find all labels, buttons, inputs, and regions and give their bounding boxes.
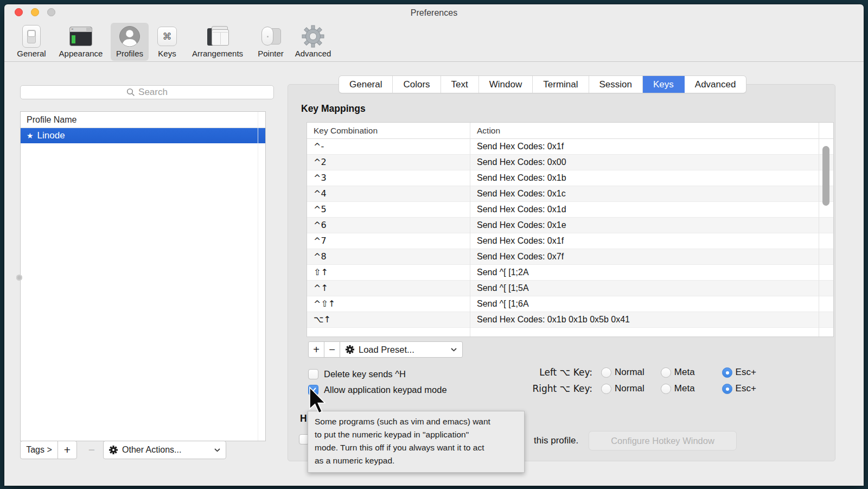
tooltip-line: as a numeric keypad. (315, 454, 518, 467)
toolbar-item-advanced[interactable]: Advanced (290, 23, 336, 61)
action-cell: Send Hex Codes: 0x1f (477, 139, 564, 154)
table-header: Key Combination Action (307, 123, 833, 139)
column-divider (470, 123, 470, 336)
profile-row-linode[interactable]: ★ Linode (21, 128, 265, 143)
radio-label: Esc+ (736, 367, 756, 378)
load-preset-dropdown[interactable]: Load Preset... (340, 341, 463, 358)
profile-tab-bar: General Colors Text Window Terminal Sess… (339, 76, 746, 93)
key-mapping-row[interactable]: ⌥↑ Send Hex Codes: 0x1b 0x1b 0x5b 0x41 (307, 312, 833, 328)
toolbar-item-pointer[interactable]: Pointer (253, 23, 289, 61)
keypad-mode-tooltip: Some programs (such as vim and emacs) wa… (308, 411, 525, 473)
splitter-handle[interactable] (16, 275, 22, 281)
radio-button[interactable] (722, 367, 732, 378)
star-icon: ★ (27, 128, 34, 143)
toolbar-item-general[interactable]: General (11, 23, 52, 61)
radio-label: Meta (674, 383, 695, 394)
key-mapping-row[interactable]: ^↑ Send ^[ [1;5A (307, 281, 833, 296)
option-key-row: Right ⌥ Key: NormalMetaEsc+ (514, 380, 796, 397)
radio-option-esc[interactable]: Esc+ (722, 367, 756, 378)
hotkey-profile-text: this profile. (534, 435, 578, 446)
checkbox[interactable] (308, 369, 318, 379)
radio-button[interactable] (601, 367, 611, 378)
table-scrollbar-thumb[interactable] (822, 146, 829, 206)
checkbox-label: Allow application keypad mode (324, 385, 447, 395)
radio-option-normal[interactable]: Normal (601, 383, 644, 394)
option-key-row: Left ⌥ Key: NormalMetaEsc+ (514, 364, 796, 380)
toolbar-item-arrangements[interactable]: Arrangements (184, 23, 251, 61)
action-cell: Send Hex Codes: 0x1c (477, 186, 566, 201)
radio-option-meta[interactable]: Meta (661, 367, 695, 378)
key-mapping-row[interactable]: ⇧↑ Send ^[ [1;2A (307, 265, 833, 281)
title-bar[interactable]: Preferences (4, 4, 864, 21)
checkbox-row[interactable]: Delete key sends ^H (308, 367, 406, 381)
windows-stack-icon (205, 26, 230, 47)
toolbar-item-appearance[interactable]: × Appearance (53, 23, 109, 61)
mouse-icon (258, 26, 283, 47)
key-mapping-row[interactable]: ^3 Send Hex Codes: 0x1b (307, 170, 833, 186)
action-cell: Send Hex Codes: 0x00 (477, 155, 566, 170)
radio-option-esc[interactable]: Esc+ (722, 383, 756, 394)
command-key-icon: ⌘ (157, 27, 177, 46)
tab-terminal[interactable]: Terminal (533, 76, 589, 93)
toolbar-item-label: Arrangements (184, 49, 251, 58)
key-combination-cell: ^6 (314, 218, 327, 233)
tab-window[interactable]: Window (479, 76, 533, 93)
radio-button[interactable] (722, 384, 732, 394)
action-cell: Send ^[ [1;5A (477, 281, 529, 296)
tab-advanced[interactable]: Advanced (685, 76, 746, 93)
toolbar-item-label: Advanced (290, 49, 336, 58)
key-mapping-row[interactable]: ^- Send Hex Codes: 0x1f (307, 139, 833, 155)
gear-icon (109, 446, 118, 454)
radio-option-normal[interactable]: Normal (601, 367, 644, 378)
remove-profile-button[interactable]: − (84, 441, 100, 459)
toolbar-item-keys[interactable]: ⌘ Keys (152, 23, 182, 61)
key-mapping-row[interactable]: ^8 Send Hex Codes: 0x7f (307, 249, 833, 265)
tab-text[interactable]: Text (441, 76, 479, 93)
action-cell: Send Hex Codes: 0x1b 0x1b 0x5b 0x41 (477, 312, 630, 327)
action-cell: Send ^[ [1;6A (477, 296, 529, 312)
column-key-combination: Key Combination (314, 123, 378, 138)
radio-button[interactable] (661, 384, 671, 394)
chevron-down-icon (451, 348, 457, 352)
action-cell: Send Hex Codes: 0x7f (477, 249, 564, 264)
checkbox-row[interactable]: Allow application keypad mode (308, 383, 447, 397)
key-combination-cell: ^2 (314, 155, 327, 170)
preferences-window: Preferences General × Appearance (4, 4, 864, 486)
add-key-mapping-button[interactable]: + (308, 341, 324, 358)
tooltip-line: Some programs (such as vim and emacs) wa… (315, 415, 518, 428)
tags-button[interactable]: Tags > (20, 441, 58, 459)
radio-option-meta[interactable]: Meta (661, 383, 695, 394)
action-cell: Send ^[ [1;2A (477, 265, 529, 280)
search-input[interactable]: Search (20, 85, 274, 99)
option-key-label: Left ⌥ Key: (514, 367, 592, 378)
other-actions-dropdown[interactable]: Other Actions... (103, 441, 226, 459)
add-profile-button[interactable]: + (58, 441, 77, 459)
configure-hotkey-window-button[interactable]: Configure Hotkey Window (589, 431, 737, 450)
tooltip-line: to put the numeric keypad in "applicatio… (315, 428, 518, 441)
chevron-down-icon (214, 448, 220, 452)
radio-button[interactable] (601, 384, 611, 394)
radio-button[interactable] (661, 367, 671, 378)
key-mapping-row[interactable]: ^6 Send Hex Codes: 0x1e (307, 218, 833, 233)
toolbar-item-profiles[interactable]: Profiles (111, 23, 149, 61)
radio-label: Esc+ (736, 383, 756, 394)
tab-keys[interactable]: Keys (643, 76, 685, 93)
tab-general[interactable]: General (339, 76, 393, 93)
key-mapping-row[interactable]: ^⇧↑ Send ^[ [1;6A (307, 296, 833, 312)
toolbar-item-label: Appearance (53, 49, 109, 58)
mouse-cursor (309, 386, 326, 414)
checkbox-label: Delete key sends ^H (324, 369, 406, 379)
key-mapping-row[interactable]: ^2 Send Hex Codes: 0x00 (307, 155, 833, 170)
column-divider (819, 123, 819, 336)
key-mapping-row[interactable]: ^4 Send Hex Codes: 0x1c (307, 186, 833, 202)
gear-icon (302, 25, 324, 48)
list-column-divider (258, 112, 258, 441)
key-mapping-row[interactable]: ^7 Send Hex Codes: 0x1f (307, 233, 833, 249)
remove-key-mapping-button[interactable]: − (324, 341, 340, 358)
hotkey-heading-fragment: H (300, 413, 307, 424)
tab-colors[interactable]: Colors (393, 76, 441, 93)
key-combination-cell: ⌥↑ (314, 312, 331, 327)
column-action: Action (477, 123, 500, 138)
key-mapping-row[interactable]: ^5 Send Hex Codes: 0x1d (307, 202, 833, 218)
tab-session[interactable]: Session (589, 76, 643, 93)
